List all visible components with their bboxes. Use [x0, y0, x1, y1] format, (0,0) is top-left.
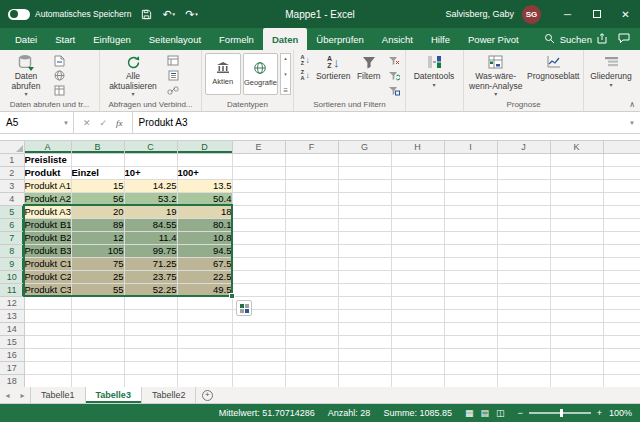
cell-clipped-11[interactable] [603, 284, 640, 297]
cell-c12[interactable] [124, 297, 177, 310]
cell-e8[interactable] [232, 245, 285, 258]
cell-b9[interactable]: 75 [71, 258, 124, 271]
cell-b8[interactable]: 105 [71, 245, 124, 258]
outline-button[interactable]: Gliederung [586, 50, 636, 88]
cell-j3[interactable] [497, 180, 550, 193]
cell-k11[interactable] [550, 284, 603, 297]
data-tools-button[interactable]: Datentools [408, 50, 460, 88]
row-header-12[interactable]: 12 [0, 297, 24, 310]
quick-analysis-button[interactable] [236, 300, 252, 316]
cell-i13[interactable] [444, 310, 497, 323]
cell-g9[interactable] [338, 258, 391, 271]
from-web-icon[interactable] [51, 69, 67, 82]
save-icon[interactable] [141, 9, 152, 20]
cell-clipped-4[interactable] [603, 193, 640, 206]
cell-c16[interactable] [124, 349, 177, 362]
sort-az-icon[interactable]: AZ↓ [297, 54, 313, 67]
cell-f15[interactable] [285, 336, 338, 349]
cell-e3[interactable] [232, 180, 285, 193]
cell-k16[interactable] [550, 349, 603, 362]
cell-e9[interactable] [232, 258, 285, 271]
cell-d2[interactable]: 100+ [177, 167, 232, 180]
tab-formeln[interactable]: Formeln [210, 28, 263, 50]
cell-clipped-17[interactable] [603, 362, 640, 375]
cell-d14[interactable] [177, 323, 232, 336]
cell-h16[interactable] [391, 349, 444, 362]
cell-j1[interactable] [497, 154, 550, 167]
expand-formula-bar-icon[interactable]: ▼ [624, 112, 640, 133]
cell-clipped-5[interactable] [603, 206, 640, 219]
cell-k4[interactable] [550, 193, 603, 206]
search-box[interactable]: Suchen [544, 28, 592, 50]
cell-e1[interactable] [232, 154, 285, 167]
cell-b5[interactable]: 20 [71, 206, 124, 219]
properties-icon[interactable] [165, 69, 181, 82]
cell-b18[interactable] [71, 375, 124, 388]
scroll-down-icon[interactable]: ▾ [284, 71, 287, 77]
cell-f10[interactable] [285, 271, 338, 284]
column-header-h[interactable]: H [391, 141, 444, 154]
sheet-tab-tabelle2[interactable]: Tabelle2 [142, 387, 197, 403]
column-header-c[interactable]: C [124, 141, 177, 154]
cell-c11[interactable]: 52.25 [124, 284, 177, 297]
cell-i4[interactable] [444, 193, 497, 206]
cancel-icon[interactable]: ✕ [83, 118, 91, 128]
cell-h1[interactable] [391, 154, 444, 167]
get-data-button[interactable]: Daten abrufen [2, 50, 50, 98]
cell-i5[interactable] [444, 206, 497, 219]
row-header-2[interactable]: 2 [0, 167, 24, 180]
refresh-all-button[interactable]: Alle aktualisieren [102, 50, 164, 98]
tab-hilfe[interactable]: Hilfe [422, 28, 459, 50]
filter-button[interactable]: Filtern [352, 50, 385, 82]
cell-h11[interactable] [391, 284, 444, 297]
column-header-g[interactable]: G [338, 141, 391, 154]
cell-f8[interactable] [285, 245, 338, 258]
cell-h18[interactable] [391, 375, 444, 388]
cell-clipped-10[interactable] [603, 271, 640, 284]
cell-j18[interactable] [497, 375, 550, 388]
cell-d8[interactable]: 94.5 [177, 245, 232, 258]
cell-g4[interactable] [338, 193, 391, 206]
page-break-view-icon[interactable]: ◫ [496, 408, 505, 418]
cell-clipped-12[interactable] [603, 297, 640, 310]
cell-clipped-1[interactable] [603, 154, 640, 167]
cell-j5[interactable] [497, 206, 550, 219]
cell-e11[interactable] [232, 284, 285, 297]
cell-c1[interactable] [124, 154, 177, 167]
column-header-i[interactable]: I [444, 141, 497, 154]
cell-c18[interactable] [124, 375, 177, 388]
cell-a8[interactable]: Produkt B3 [24, 245, 71, 258]
cell-j17[interactable] [497, 362, 550, 375]
cell-j2[interactable] [497, 167, 550, 180]
cell-b13[interactable] [71, 310, 124, 323]
cell-c4[interactable]: 53.2 [124, 193, 177, 206]
cell-f12[interactable] [285, 297, 338, 310]
zoom-slider[interactable] [529, 412, 591, 414]
row-header-3[interactable]: 3 [0, 180, 24, 193]
cell-b16[interactable] [71, 349, 124, 362]
cell-d12[interactable] [177, 297, 232, 310]
cell-h7[interactable] [391, 232, 444, 245]
column-header-f[interactable]: F [285, 141, 338, 154]
collapse-ribbon-icon[interactable]: ∧ [629, 100, 635, 109]
cell-c15[interactable] [124, 336, 177, 349]
cell-clipped-3[interactable] [603, 180, 640, 193]
cell-k3[interactable] [550, 180, 603, 193]
cell-g10[interactable] [338, 271, 391, 284]
cell-e18[interactable] [232, 375, 285, 388]
cell-b4[interactable]: 56 [71, 193, 124, 206]
cell-f16[interactable] [285, 349, 338, 362]
cell-i11[interactable] [444, 284, 497, 297]
cell-k2[interactable] [550, 167, 603, 180]
cell-i1[interactable] [444, 154, 497, 167]
cell-k10[interactable] [550, 271, 603, 284]
cell-h13[interactable] [391, 310, 444, 323]
cell-d3[interactable]: 13.5 [177, 180, 232, 193]
cell-i2[interactable] [444, 167, 497, 180]
cell-g8[interactable] [338, 245, 391, 258]
cell-clipped-2[interactable] [603, 167, 640, 180]
row-header-4[interactable]: 4 [0, 193, 24, 206]
insert-function-icon[interactable]: fx [116, 118, 123, 128]
cell-j9[interactable] [497, 258, 550, 271]
cell-clipped-18[interactable] [603, 375, 640, 388]
